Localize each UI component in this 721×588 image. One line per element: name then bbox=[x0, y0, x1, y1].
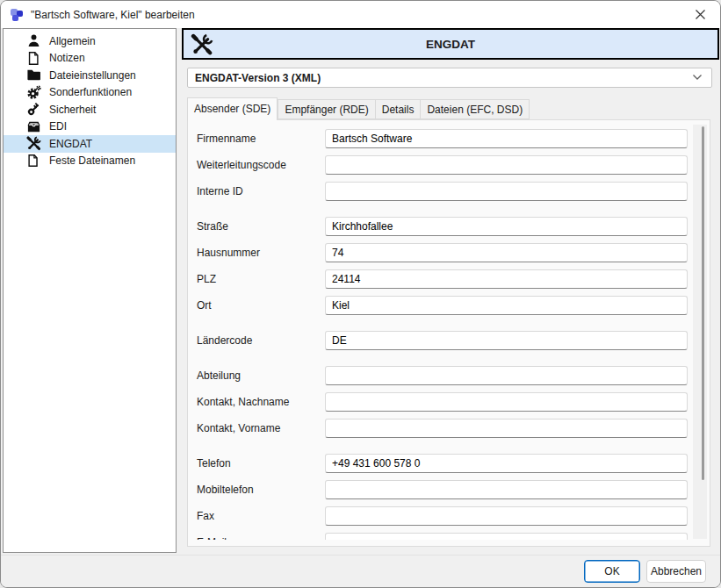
form-row: Mobiltelefon bbox=[188, 480, 694, 499]
sidebar-item-sicherheit[interactable]: Sicherheit bbox=[4, 101, 176, 118]
inbox-icon bbox=[25, 118, 41, 134]
ok-button[interactable]: OK bbox=[584, 560, 640, 583]
sidebar-item-label: Sicherheit bbox=[49, 104, 96, 116]
form-row: Kontakt, Nachname bbox=[188, 392, 694, 412]
firmenname-input[interactable] bbox=[325, 129, 688, 148]
tab-absender-sde[interactable]: Absender (SDE) bbox=[187, 97, 278, 120]
form-row: Abteilung bbox=[188, 366, 694, 385]
person-icon bbox=[25, 33, 41, 49]
note-icon bbox=[25, 50, 41, 66]
tools-icon bbox=[25, 136, 41, 152]
folder-icon bbox=[25, 68, 41, 83]
tools-icon bbox=[191, 33, 213, 56]
chevron-down-icon bbox=[692, 74, 703, 81]
key-icon bbox=[25, 102, 41, 118]
field-label: Ländercode bbox=[188, 334, 325, 347]
sidebar-item-engdat[interactable]: ENGDAT bbox=[4, 135, 176, 153]
form-row: Straße bbox=[188, 217, 694, 236]
sidebar-item-label: EDI bbox=[49, 120, 67, 133]
sidebar-item-feste-dateinamen[interactable]: Feste Dateinamen bbox=[4, 153, 176, 170]
fax-input[interactable] bbox=[325, 506, 688, 526]
pages-icon bbox=[25, 153, 41, 169]
sidebar: Allgemein Notizen Dateieinstellungen bbox=[3, 28, 177, 553]
field-label: Firmenname bbox=[188, 133, 325, 145]
sidebar-item-label: Sonderfunktionen bbox=[49, 86, 132, 98]
form-row: Ort bbox=[188, 296, 694, 315]
form-row: Kontakt, Vorname bbox=[188, 419, 694, 438]
tab-details[interactable]: Details bbox=[376, 99, 422, 119]
form-row: Fax bbox=[188, 506, 694, 526]
section-title: ENGDAT bbox=[426, 38, 475, 51]
scrollbar-thumb[interactable] bbox=[702, 126, 704, 480]
app-icon bbox=[10, 8, 24, 22]
interne-id-input[interactable] bbox=[325, 182, 688, 201]
sidebar-item-label: Feste Dateinamen bbox=[49, 154, 135, 167]
telefon-input[interactable] bbox=[325, 454, 688, 473]
cancel-button[interactable]: Abbrechen bbox=[646, 560, 706, 583]
window-title: "Bartsch Software, Kiel" bearbeiten bbox=[31, 9, 195, 21]
field-label: Kontakt, Nachname bbox=[188, 396, 325, 408]
hausnummer-input[interactable] bbox=[325, 243, 688, 262]
field-label: Mobiltelefon bbox=[188, 484, 325, 496]
gear-icon bbox=[25, 84, 41, 100]
abteilung-input[interactable] bbox=[325, 366, 688, 385]
sidebar-item-label: Notizen bbox=[49, 52, 85, 64]
plz-input[interactable] bbox=[325, 269, 688, 289]
tab-empfaenger-rde[interactable]: Empfänger (RDE) bbox=[278, 99, 375, 119]
dialog-window: "Bartsch Software, Kiel" bearbeiten Allg… bbox=[0, 0, 721, 588]
mobiltelefon-input[interactable] bbox=[325, 480, 688, 499]
sidebar-item-edi[interactable]: EDI bbox=[4, 118, 176, 136]
form-row: Weiterleitungscode bbox=[188, 155, 694, 175]
field-label: Weiterleitungscode bbox=[188, 159, 325, 171]
kontakt-vorname-input[interactable] bbox=[325, 419, 688, 438]
sidebar-item-label: Allgemein bbox=[49, 35, 96, 47]
sidebar-item-label: Dateieinstellungen bbox=[49, 69, 136, 82]
field-label: Kontakt, Vorname bbox=[188, 422, 325, 434]
engdat-version-value: ENGDAT-Version 3 (XML) bbox=[195, 72, 321, 84]
field-label: Straße bbox=[188, 220, 325, 233]
form-row: Hausnummer bbox=[188, 243, 694, 262]
field-label: Fax bbox=[188, 510, 325, 522]
ort-input[interactable] bbox=[325, 296, 688, 315]
email-input[interactable] bbox=[325, 533, 688, 540]
tab-panel: Firmenname Weiterleitungscode Interne ID… bbox=[187, 119, 710, 547]
tab-dateien-efc-dsd[interactable]: Dateien (EFC, DSD) bbox=[421, 99, 530, 119]
form-area: Firmenname Weiterleitungscode Interne ID… bbox=[188, 120, 694, 540]
form-row: E-Mail bbox=[188, 533, 694, 540]
field-label: Telefon bbox=[188, 457, 325, 470]
section-header: ENGDAT bbox=[182, 28, 719, 60]
field-label: Ort bbox=[188, 299, 325, 312]
laendercode-input[interactable] bbox=[325, 331, 688, 350]
strasse-input[interactable] bbox=[325, 217, 688, 236]
sidebar-item-dateieinstellungen[interactable]: Dateieinstellungen bbox=[4, 67, 176, 84]
form-row: Interne ID bbox=[188, 182, 694, 201]
sidebar-item-sonderfunktionen[interactable]: Sonderfunktionen bbox=[4, 84, 176, 102]
scrollbar-track[interactable] bbox=[693, 125, 707, 539]
sidebar-item-notizen[interactable]: Notizen bbox=[4, 50, 176, 68]
field-label: Abteilung bbox=[188, 369, 325, 382]
close-icon bbox=[695, 9, 706, 20]
tab-bar: Absender (SDE) Empfänger (RDE) Details D… bbox=[187, 97, 530, 120]
form-row: Telefon bbox=[188, 454, 694, 473]
sidebar-item-label: ENGDAT bbox=[49, 138, 92, 150]
form-row: PLZ bbox=[188, 269, 694, 289]
form-row: Firmenname bbox=[188, 129, 694, 148]
weiterleitungscode-input[interactable] bbox=[325, 155, 688, 175]
footer: OK Abbrechen bbox=[1, 555, 720, 588]
kontakt-nachname-input[interactable] bbox=[325, 392, 688, 412]
sidebar-item-allgemein[interactable]: Allgemein bbox=[4, 32, 176, 50]
field-label: PLZ bbox=[188, 273, 325, 285]
field-label: Interne ID bbox=[188, 185, 325, 197]
engdat-version-select[interactable]: ENGDAT-Version 3 (XML) bbox=[187, 68, 712, 88]
field-label: E-Mail bbox=[188, 536, 325, 540]
form-row: Ländercode bbox=[188, 331, 694, 350]
titlebar: "Bartsch Software, Kiel" bearbeiten bbox=[1, 1, 720, 28]
field-label: Hausnummer bbox=[188, 247, 325, 259]
close-button[interactable] bbox=[680, 1, 720, 28]
